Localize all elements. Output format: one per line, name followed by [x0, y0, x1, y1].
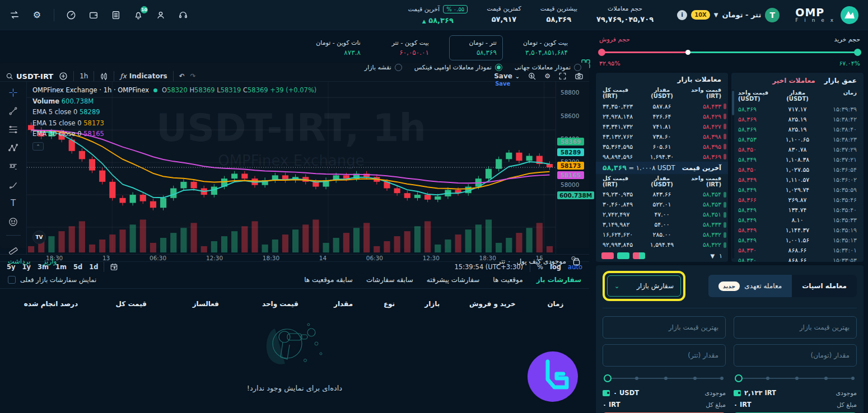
- brush-tool-icon[interactable]: [8, 180, 19, 190]
- trade-row[interactable]: ۱۵:۳۸:۲۳ ۱,۱۰۰.۶۵ ۵۸,۳۵۳: [731, 134, 864, 144]
- undo-icon[interactable]: ↶: [179, 72, 185, 80]
- trade-row[interactable]: ۱۵:۳۶:۰۲ ۱,۱۱۰.۵۷ ۵۸,۳۴۹: [731, 175, 864, 185]
- fullscreen-icon[interactable]: [558, 71, 567, 81]
- bid-row[interactable]: ۵۸,۳۳۲ ۲۸۵.۰۰ ۱۶,۶۲۴,۶۲۰: [596, 230, 728, 240]
- orders-list-icon[interactable]: [110, 10, 122, 21]
- info-icon[interactable]: i: [677, 10, 687, 20]
- slider-handle[interactable]: [604, 374, 612, 382]
- price-axis[interactable]: 58800 58600 58400 58200 58000 58369 5828…: [556, 82, 589, 254]
- save-layout-button[interactable]: Save ⌄ Save: [494, 72, 520, 80]
- wallet-icon[interactable]: [88, 10, 99, 21]
- interval-button[interactable]: 1h: [80, 72, 88, 80]
- ask-row[interactable]: ۵۸,۳۹۸ ۷۳۸.۶۰ ۴۳,۱۳۲,۷۶۲: [596, 132, 728, 142]
- ask-row[interactable]: ۵۸,۳۶۹ ۱,۶۹۴.۳۰ ۹۸,۸۹۴,۵۹۶: [596, 152, 728, 162]
- slider-handle[interactable]: [735, 374, 743, 382]
- settings-gear-icon[interactable]: ⚙: [31, 10, 43, 21]
- trade-row[interactable]: ۱۵:۳۵:۵۹ ۱,۰۲۹.۷۴ ۵۸,۳۴۹: [731, 185, 864, 195]
- bid-row[interactable]: ۵۸,۳۲۲ ۱,۵۹۴.۴۹ ۹۲,۹۹۳,۸۴۵: [596, 240, 728, 250]
- tab-margin-trade[interactable]: معامله تعهدی جدید: [708, 275, 792, 297]
- ticker-card[interactable]: نات کوین - تومان ۸۷۳.۸: [310, 36, 366, 60]
- ask-row[interactable]: ۵۸,۳۹۵ ۶۰۵.۶۱ ۳۵,۳۶۴,۵۹۵: [596, 142, 728, 152]
- chart-source-radio[interactable]: نمودار معاملات جهانی: [515, 64, 581, 71]
- trade-row[interactable]: ۱۵:۳۴:۰۱ ۸۶۸.۶۶ ۵۸,۳۳۰: [731, 245, 864, 255]
- emoji-tool-icon[interactable]: [8, 217, 19, 227]
- buy-amount-slider[interactable]: [735, 373, 856, 383]
- tab-market-depth[interactable]: عمق بازار: [824, 77, 857, 85]
- pattern-tool-icon[interactable]: [8, 143, 19, 153]
- snapshot-camera-icon[interactable]: [575, 71, 584, 81]
- trade-row[interactable]: ۱۵:۳۵:۱۹ ۱,۱۴۴.۳۷ ۵۸,۳۴۹: [731, 225, 864, 235]
- sell-amount-input[interactable]: [603, 344, 726, 367]
- precision-dropdown[interactable]: ۱▼: [710, 252, 722, 260]
- support-headset-icon[interactable]: [178, 10, 189, 21]
- ticker-card[interactable]: تتر - تومان ۵۸,۳۶۹: [449, 35, 503, 60]
- fib-tool-icon[interactable]: [8, 124, 19, 134]
- tab-spot-trade[interactable]: معامله اسپات: [792, 275, 857, 297]
- trendline-tool-icon[interactable]: [8, 106, 19, 116]
- legend-collapse-button[interactable]: ⌃: [32, 142, 44, 151]
- candle-style-button[interactable]: [100, 72, 108, 81]
- position-tool-icon[interactable]: [8, 161, 19, 171]
- bid-row[interactable]: ۵۸,۳۵۳ ۵۲۲.۰۱ ۳۰,۴۶۰,۸۴۹: [596, 200, 728, 210]
- sell-amount-slider[interactable]: [604, 373, 725, 383]
- ticker-card[interactable]: بیت کوین - تومان ۳,۵۰۴,۸۵۱,۶۸۴: [517, 36, 573, 60]
- show-market-orders-toggle[interactable]: نمایش سفارشات بازار فعلی: [8, 276, 96, 284]
- ratio-handle[interactable]: [685, 50, 690, 55]
- symbol-search-button[interactable]: USDT-IRT: [6, 72, 53, 81]
- indicators-button[interactable]: ƒx Indicators: [120, 72, 167, 80]
- notifications-bell-icon[interactable]: 10: [133, 10, 144, 21]
- crosshair-tool-icon[interactable]: [8, 87, 19, 97]
- bid-row[interactable]: ۵۸,۳۵۱ ۴۷.۰۰ ۲,۷۴۲,۴۹۷: [596, 210, 728, 220]
- checkbox-icon[interactable]: [8, 276, 16, 284]
- trade-row[interactable]: ۱۵:۳۸:۴۲ ۸۲۵.۱۹ ۵۸,۳۶۹: [731, 114, 864, 124]
- pair-selector[interactable]: T تتر - تومان ▼ 10X i: [677, 8, 780, 22]
- trade-row[interactable]: ۱۵:۳۷:۲۱ ۱,۱۰۸.۳۸ ۵۸,۳۴۹: [731, 154, 864, 165]
- redo-icon[interactable]: ↷: [190, 72, 196, 80]
- trade-row[interactable]: ۱۵:۳۵:۳۳ ۸.۱۰ ۵۸,۳۴۹: [731, 215, 864, 225]
- quick-search-icon[interactable]: [528, 71, 536, 81]
- tab-market-trades[interactable]: معاملات بازار: [678, 76, 721, 83]
- scrollbar[interactable]: [732, 90, 734, 259]
- orders-tab[interactable]: موقعیت ها: [493, 276, 522, 284]
- view-both-toggle[interactable]: [633, 252, 645, 259]
- tab-recent-trades[interactable]: معاملات اخیر: [772, 77, 815, 85]
- swap-icon[interactable]: [9, 10, 20, 21]
- trade-row[interactable]: ۱۵:۳۶:۵۴ ۱,۰۲۷.۵۵ ۵۸,۳۵۰: [731, 165, 864, 175]
- chart-source-radio[interactable]: نقشه بازار: [365, 64, 402, 71]
- buy-sell-ratio-slider[interactable]: [599, 49, 860, 55]
- trade-row[interactable]: ۱۵:۳۷:۲۹ ۸۳۰.۷۸ ۵۸,۳۵۰: [731, 144, 864, 154]
- bid-row[interactable]: ۵۸,۳۵۴ ۸۴۳.۶۶ ۴۹,۲۳۰,۹۳۵: [596, 190, 728, 200]
- tradingview-logo[interactable]: TV: [32, 231, 46, 244]
- trade-row[interactable]: ۱۵:۳۹:۳۹ ۷۱۷.۱۷ ۵۸,۳۶۹: [731, 104, 864, 114]
- deposit-link[interactable]: واریز: [43, 257, 57, 265]
- trade-row[interactable]: ۱۵:۳۵:۴۰ ۱۳۴.۷۴ ۵۸,۳۴۹: [731, 205, 864, 215]
- orders-tab[interactable]: سابقه موقعیت ها: [304, 276, 353, 284]
- chart-source-radio[interactable]: نمودار معاملات اوامپی فینکس: [414, 64, 502, 71]
- ask-row[interactable]: ۵۸,۴۲۷ ۷۴۱.۸۱ ۴۳,۳۴۱,۷۳۲: [596, 121, 728, 132]
- buy-price-input[interactable]: [734, 316, 857, 339]
- profile-icon[interactable]: [155, 10, 166, 21]
- buy-amount-input[interactable]: [734, 344, 857, 367]
- text-tool-icon[interactable]: T: [8, 198, 19, 208]
- trade-row[interactable]: ۱۵:۳۵:۱۳ ۱,۰۰۱.۵۶ ۵۸,۳۴۹: [731, 235, 864, 245]
- orders-tab[interactable]: سفارشات باز: [536, 276, 581, 284]
- dashboard-icon[interactable]: [66, 10, 77, 21]
- brand-logo[interactable]: OMP F i n e x: [795, 6, 859, 25]
- orders-tab[interactable]: سفارشات پیشرفته: [427, 276, 479, 284]
- trade-row[interactable]: ۱۵:۳۳:۵۳ ۸۶۸.۶۶ ۵۸,۳۳۰: [731, 255, 864, 262]
- sell-price-input[interactable]: [603, 316, 726, 339]
- order-type-dropdown[interactable]: سفارش بازار ⌄: [607, 275, 681, 297]
- chart-plot[interactable]: USDT-IRT, 1h OMPFinex Exchange OMPFinex …: [27, 82, 556, 254]
- bid-row[interactable]: ۵۸,۳۳۳ ۵۴.۰۰ ۳,۱۴۹,۹۸۲: [596, 220, 728, 230]
- trade-row[interactable]: ۱۵:۳۸:۴۰ ۸۲۵.۱۹ ۵۸,۳۶۹: [731, 124, 864, 134]
- trade-row[interactable]: ۱۵:۳۵:۴۶ ۲۶۹.۸۷ ۵۸,۳۶۶: [731, 195, 864, 205]
- ticker-card[interactable]: بیت کوین - تتر ۶۰,۰۵۰.۰۱: [381, 36, 435, 60]
- view-sells-toggle[interactable]: [601, 252, 614, 259]
- compare-add-icon[interactable]: [59, 72, 68, 81]
- ask-row[interactable]: ۵۸,۴۲۹ ۴۲۶.۶۴ ۲۴,۹۲۸,۱۴۸: [596, 111, 728, 121]
- withdraw-link[interactable]: برداشت: [8, 257, 30, 265]
- chart-settings-gear-icon[interactable]: ⚙: [544, 72, 550, 80]
- orders-tab[interactable]: سابقه سفارشات: [366, 276, 413, 284]
- view-buys-toggle[interactable]: [617, 252, 629, 259]
- ask-row[interactable]: ۵۸,۴۳۳ ۵۸۷.۸۶ ۳۴,۳۵۰,۴۲۳: [596, 101, 728, 111]
